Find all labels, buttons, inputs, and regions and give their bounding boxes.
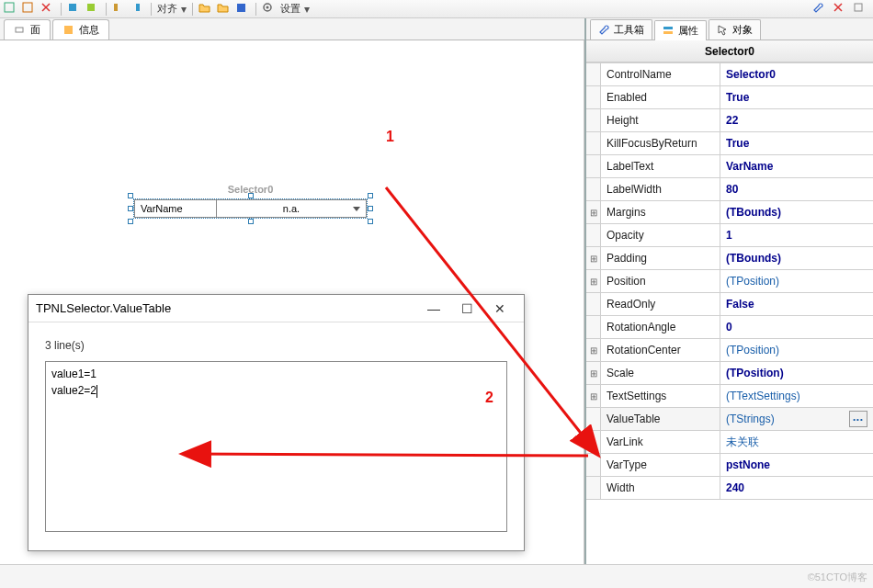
right-tab-row: 工具箱 属性 对象 — [586, 18, 873, 40]
svg-rect-6 — [237, 4, 245, 12]
property-value[interactable]: VarName — [720, 155, 873, 177]
svg-rect-11 — [64, 26, 73, 34]
property-row[interactable]: ReadOnlyFalse — [586, 293, 873, 316]
toolbar-icon[interactable] — [40, 2, 55, 17]
expand-toggle[interactable]: ⊞ — [586, 385, 601, 407]
property-row[interactable]: RotationAngle0 — [586, 316, 873, 339]
property-grid[interactable]: ControlNameSelector0EnabledTrueHeight22K… — [586, 62, 873, 500]
property-name: ControlName — [601, 63, 720, 85]
cursor-icon — [717, 24, 730, 37]
folder-icon[interactable] — [217, 2, 232, 17]
dialog-titlebar[interactable]: TPNLSelector.ValueTable — ☐ ✕ — [28, 295, 524, 322]
property-row[interactable]: LabelWidth80 — [586, 178, 873, 201]
property-value[interactable]: False — [720, 293, 873, 315]
selector-dropdown[interactable]: n.a. — [217, 199, 367, 218]
expand-toggle[interactable]: ⊞ — [586, 270, 601, 292]
top-toolbar: 对齐 ▾ 设置 ▾ — [0, 0, 873, 18]
toolbar-icon[interactable] — [85, 2, 100, 17]
property-name: ReadOnly — [601, 293, 720, 315]
expand-toggle[interactable]: ⊞ — [586, 201, 601, 223]
property-row[interactable]: ValueTable(TStrings)••• — [586, 408, 873, 431]
svg-rect-2 — [69, 4, 76, 11]
folder-icon[interactable] — [198, 2, 213, 17]
property-value[interactable]: 未关联 — [720, 431, 873, 453]
align-label[interactable]: 对齐 — [157, 2, 177, 16]
expand-toggle — [586, 155, 601, 177]
property-value[interactable]: (TPosition) — [720, 339, 873, 361]
settings-label[interactable]: 设置 — [280, 2, 300, 16]
ellipsis-button[interactable]: ••• — [849, 411, 867, 427]
delete-icon[interactable] — [833, 2, 847, 17]
tab-surface[interactable]: 面 — [4, 19, 51, 40]
property-value[interactable]: (TPosition) — [720, 362, 873, 384]
property-value[interactable]: 80 — [720, 178, 873, 200]
property-row[interactable]: Width240 — [586, 477, 873, 500]
property-row[interactable]: ⊞TextSettings(TTextSettings) — [586, 385, 873, 408]
close-button[interactable]: ✕ — [483, 298, 516, 320]
property-value[interactable]: 0 — [720, 316, 873, 338]
tab-objects[interactable]: 对象 — [709, 19, 761, 40]
property-row[interactable]: ⊞Position(TPosition) — [586, 270, 873, 293]
expand-toggle — [586, 293, 601, 315]
valuetable-dialog: TPNLSelector.ValueTable — ☐ ✕ 3 line(s) … — [28, 294, 525, 551]
property-value[interactable]: (TBounds) — [720, 201, 873, 223]
property-name: VarLink — [601, 431, 720, 453]
expand-toggle[interactable]: ⊞ — [586, 247, 601, 269]
property-value[interactable]: Selector0 — [720, 63, 873, 85]
property-value[interactable]: (TStrings)••• — [720, 408, 873, 430]
tab-info[interactable]: 信息 — [52, 19, 109, 40]
property-row[interactable]: ControlNameSelector0 — [586, 63, 873, 86]
tab-label: 对象 — [732, 23, 753, 37]
dialog-textarea[interactable]: value1=1 value2=2 — [45, 361, 507, 532]
property-header: Selector0 — [586, 40, 873, 62]
gear-icon[interactable] — [262, 2, 277, 17]
property-value[interactable]: (TTextSettings) — [720, 385, 873, 407]
toolbar-icon[interactable] — [67, 2, 82, 17]
selector-control[interactable]: Selector0 VarName n.a. — [133, 184, 368, 219]
property-value[interactable]: (TPosition) — [720, 270, 873, 292]
property-name: TextSettings — [601, 385, 720, 407]
dialog-linecount: 3 line(s) — [45, 339, 507, 352]
toolbar-icon[interactable] — [130, 2, 145, 17]
property-name: RotationCenter — [601, 339, 720, 361]
expand-toggle[interactable]: ⊞ — [586, 362, 601, 384]
footer — [0, 564, 873, 588]
text-caret — [96, 385, 97, 398]
property-row[interactable]: ⊞Scale(TPosition) — [586, 362, 873, 385]
expand-toggle — [586, 431, 601, 453]
property-value[interactable]: 1 — [720, 224, 873, 246]
property-row[interactable]: Opacity1 — [586, 224, 873, 247]
toolbar-icon[interactable] — [22, 2, 37, 17]
svg-rect-10 — [16, 28, 23, 32]
tab-properties[interactable]: 属性 — [654, 20, 707, 40]
save-icon[interactable] — [235, 2, 250, 17]
property-row[interactable]: ⊞Margins(TBounds) — [586, 201, 873, 224]
property-row[interactable]: ⊞Padding(TBounds) — [586, 247, 873, 270]
property-name: Width — [601, 477, 720, 499]
property-name: ValueTable — [601, 408, 720, 430]
minimize-button[interactable]: — — [417, 298, 450, 320]
toolbar-icon[interactable] — [112, 2, 127, 17]
property-value[interactable]: (TBounds) — [720, 247, 873, 269]
toolbar-icon[interactable] — [4, 2, 18, 17]
property-row[interactable]: ⊞RotationCenter(TPosition) — [586, 339, 873, 362]
property-row[interactable]: Height22 — [586, 109, 873, 132]
shape-icon[interactable] — [853, 2, 867, 17]
svg-rect-4 — [114, 4, 118, 11]
property-row[interactable]: VarLink未关联 — [586, 431, 873, 454]
tab-toolbox[interactable]: 工具箱 — [590, 19, 652, 40]
expand-toggle[interactable]: ⊞ — [586, 339, 601, 361]
property-value[interactable]: True — [720, 132, 873, 154]
property-row[interactable]: KillFocusByReturnTrue — [586, 132, 873, 155]
property-value[interactable]: 240 — [720, 477, 873, 499]
property-row[interactable]: EnabledTrue — [586, 86, 873, 109]
maximize-button[interactable]: ☐ — [450, 298, 483, 320]
property-value[interactable]: 22 — [720, 109, 873, 131]
property-row[interactable]: LabelTextVarName — [586, 155, 873, 178]
property-value[interactable]: pstNone — [720, 454, 873, 476]
wrench-icon[interactable] — [812, 2, 827, 17]
property-row[interactable]: VarTypepstNone — [586, 454, 873, 477]
svg-rect-9 — [855, 4, 862, 11]
expand-toggle — [586, 454, 601, 476]
property-value[interactable]: True — [720, 86, 873, 108]
